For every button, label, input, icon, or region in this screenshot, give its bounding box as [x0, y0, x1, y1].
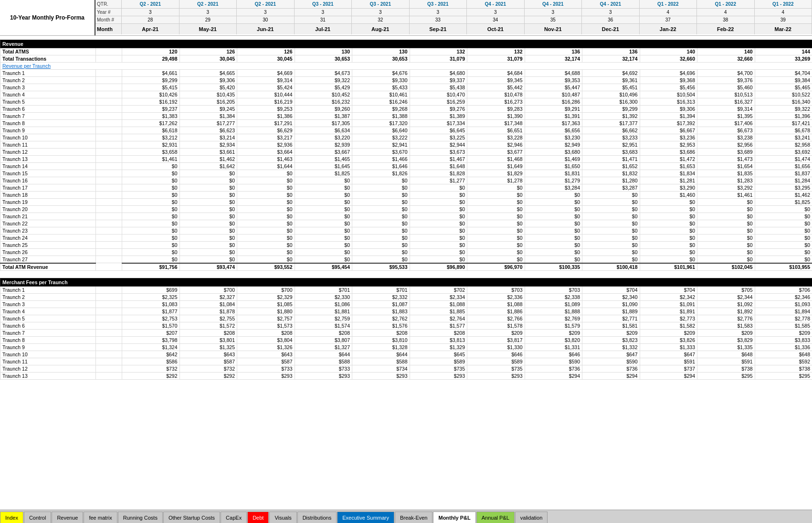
tab-monthly-p-l[interactable]: Monthly P&L: [433, 512, 475, 523]
row-label: Traunch 7: [0, 329, 96, 336]
data-cell: $0: [755, 227, 812, 234]
data-cell: $0: [697, 256, 755, 263]
data-cell: $16,313: [640, 98, 697, 105]
data-cell: $1,572: [179, 322, 237, 329]
data-cell: $3,820: [525, 336, 582, 343]
data-cell: $5,451: [582, 84, 640, 91]
tab-break-even[interactable]: Break-Even: [395, 512, 432, 523]
row-label: Traunch 14: [0, 162, 96, 170]
data-cell: $0: [410, 184, 467, 191]
data-cell: $0: [179, 248, 237, 256]
data-cell: $5,456: [640, 84, 697, 91]
data-cell: $0: [697, 220, 755, 227]
section-header-row: Revenue: [0, 40, 812, 48]
revenue-per-traunch-label: Revenue per Traunch: [0, 62, 812, 69]
data-cell: $3,692: [755, 148, 812, 155]
data-cell: $4,665: [179, 69, 237, 76]
data-cell: $0: [582, 234, 640, 241]
data-cell: $702: [410, 286, 467, 293]
data-cell: $10,504: [640, 91, 697, 98]
data-cell: $0: [352, 248, 410, 256]
tab-other-startup-costs[interactable]: Other Startup Costs: [163, 512, 220, 523]
data-cell: $17,277: [179, 119, 237, 127]
tab-index[interactable]: Index: [0, 512, 23, 523]
tab-executive-summary[interactable]: Executive Summary: [337, 512, 394, 523]
row-meta: [96, 127, 122, 134]
data-cell: $6,662: [582, 127, 640, 134]
data-cell: $587: [179, 358, 237, 365]
data-cell: $2,766: [467, 315, 525, 322]
data-cell: $0: [122, 205, 180, 213]
table-row: Total ATM Revenue$91,756$93,474$93,552$9…: [0, 263, 812, 271]
data-cell: $0: [582, 256, 640, 263]
data-cell: $1,383: [122, 112, 180, 119]
data-cell: $643: [237, 351, 295, 358]
data-cell: $0: [352, 234, 410, 241]
table-row: Traunch 16$0$0$0$0$0$1,277$1,278$1,279$1…: [0, 177, 812, 184]
data-cell: $3,833: [755, 336, 812, 343]
row-meta: [96, 293, 122, 300]
row-meta: [96, 91, 122, 98]
tab-distributions[interactable]: Distributions: [297, 512, 337, 523]
data-cell: $1,646: [352, 162, 410, 170]
row-meta: [96, 55, 122, 62]
data-cell: $1,460: [640, 191, 697, 198]
data-cell: $1,570: [122, 322, 180, 329]
tab-fee-matrix[interactable]: fee matrix: [84, 512, 117, 523]
data-cell: $1,387: [295, 112, 352, 119]
data-cell: $3,823: [582, 336, 640, 343]
tab-annual-p-l[interactable]: Annual P&L: [476, 512, 515, 523]
data-cell: $588: [295, 358, 352, 365]
main-scroll[interactable]: RevenueTotal ATMS12012612613013013213213…: [0, 36, 812, 510]
data-cell: 132: [467, 48, 525, 55]
tab-control[interactable]: Control: [24, 512, 51, 523]
data-cell: $0: [237, 191, 295, 198]
data-cell: $4,673: [295, 69, 352, 76]
data-cell: $733: [237, 365, 295, 372]
data-cell: $10,435: [179, 91, 237, 98]
section-header: Merchant Fees per Traunch: [0, 278, 812, 286]
data-cell: $9,368: [640, 76, 697, 84]
data-cell: $0: [295, 248, 352, 256]
month-num-cell: 35: [525, 16, 582, 23]
data-cell: $10,452: [295, 91, 352, 98]
data-cell: $701: [295, 286, 352, 293]
data-cell: $5,465: [755, 84, 812, 91]
data-cell: $5,447: [525, 84, 582, 91]
data-cell: $96,890: [410, 263, 467, 271]
data-cell: $0: [352, 220, 410, 227]
data-cell: $1,577: [410, 322, 467, 329]
data-cell: $700: [179, 286, 237, 293]
data-cell: $209: [640, 329, 697, 336]
year-cell: 4: [697, 9, 755, 16]
month-label: Month: [95, 24, 122, 34]
data-cell: $0: [237, 234, 295, 241]
tab-visuals[interactable]: Visuals: [269, 512, 296, 523]
month-name-cell: Jul-21: [295, 24, 352, 34]
tab-debt[interactable]: Debt: [247, 512, 269, 523]
data-cell: $2,946: [467, 141, 525, 148]
data-cell: $2,344: [697, 293, 755, 300]
data-cell: $3,290: [640, 184, 697, 191]
tab-running-costs[interactable]: Running Costs: [118, 512, 163, 523]
tab-revenue[interactable]: Revenue: [52, 512, 83, 523]
table-row: Traunch 25$0$0$0$0$0$0$0$0$0$0$0$0: [0, 241, 812, 248]
data-cell: $0: [237, 198, 295, 205]
data-cell: $3,658: [122, 148, 180, 155]
qtr-cell: Q2 - 2021: [122, 0, 179, 8]
data-cell: $2,762: [352, 315, 410, 322]
row-label: Total Transactions: [0, 55, 96, 62]
data-cell: $4,696: [640, 69, 697, 76]
data-cell: $1,878: [179, 308, 237, 315]
data-cell: $2,334: [410, 293, 467, 300]
data-cell: $0: [122, 241, 180, 248]
tab-validation[interactable]: validation: [515, 512, 548, 523]
tab-capex[interactable]: CapEx: [221, 512, 247, 523]
data-cell: $0: [179, 227, 237, 234]
month-name-cell: Jun-21: [237, 24, 295, 34]
table-row: Traunch 11$586$587$587$588$588$589$589$5…: [0, 358, 812, 365]
data-cell: $0: [525, 234, 582, 241]
row-meta: [96, 256, 122, 263]
data-cell: $3,236: [640, 134, 697, 141]
row-label: Traunch 9: [0, 127, 96, 134]
